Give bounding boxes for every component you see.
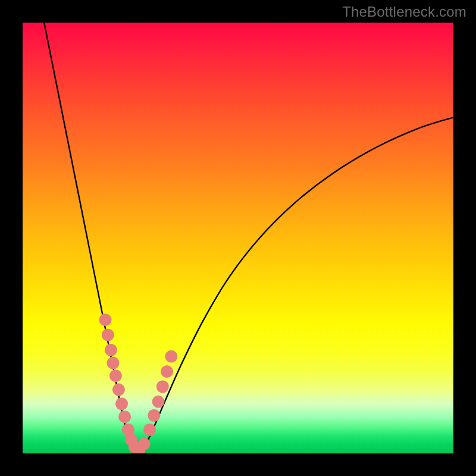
- curve-layer: [23, 23, 453, 453]
- marker-dot: [152, 396, 165, 408]
- marker-dot: [161, 365, 173, 378]
- marker-dot: [148, 409, 160, 422]
- marker-dot: [105, 344, 117, 356]
- marker-dot: [118, 411, 131, 423]
- marker-dot: [156, 380, 169, 393]
- marker-dot: [102, 328, 114, 341]
- marker-dot: [143, 424, 156, 436]
- marker-dot: [112, 383, 125, 396]
- marker-dot: [138, 438, 151, 450]
- marker-dot: [99, 314, 112, 326]
- chart-frame: TheBottleneck.com: [0, 0, 476, 476]
- plot-area: [23, 23, 453, 453]
- marker-dot: [165, 350, 177, 363]
- marker-dot: [107, 356, 120, 369]
- curve-right-branch: [139, 117, 453, 453]
- watermark-text: TheBottleneck.com: [342, 4, 466, 20]
- marker-dots: [99, 314, 178, 453]
- marker-dot: [115, 397, 128, 410]
- marker-dot: [109, 369, 122, 382]
